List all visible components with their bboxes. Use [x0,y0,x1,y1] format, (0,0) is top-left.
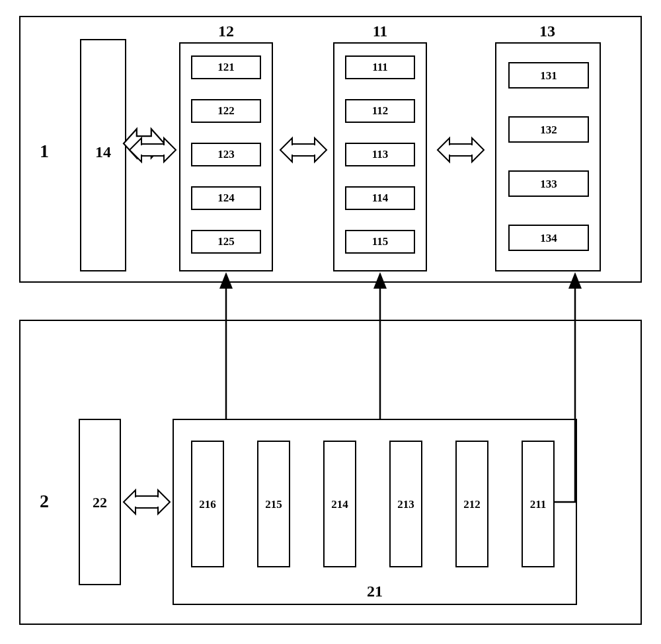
module-11-item-1: 112 [372,104,389,117]
module-21-item-1: 215 [265,498,282,511]
svg-marker-18 [164,138,176,162]
module-22-label: 22 [93,494,107,511]
module-12-item-4: 125 [217,235,235,248]
svg-rect-24 [292,145,315,155]
module-11-label: 11 [373,22,388,40]
module-12-item-1: 122 [217,104,235,117]
module-21-item-0: 216 [199,498,216,511]
module-21: 21 216 215 214 213 212 211 [173,419,576,604]
module-14-label: 14 [95,143,111,161]
svg-rect-28 [449,145,473,155]
svg-rect-20 [141,145,165,155]
group-1-label: 1 [40,141,49,161]
module-12: 12 121 122 123 124 125 [180,22,272,271]
module-11: 11 111 112 113 114 115 [334,22,426,271]
module-13-item-1: 132 [540,124,557,136]
module-12-label: 12 [218,22,234,40]
module-21-item-3: 213 [397,498,414,511]
svg-rect-29 [173,419,576,604]
module-21-item-5: 211 [530,498,547,511]
module-13: 13 131 132 133 134 [496,22,600,271]
double-arrow-12-11 [280,138,327,162]
module-21-label: 21 [367,583,383,600]
module-13-item-0: 131 [540,69,557,82]
module-12-item-3: 124 [217,192,235,204]
svg-rect-39 [135,497,159,507]
group-2-label: 2 [40,491,49,511]
svg-marker-27 [438,138,449,162]
module-13-item-2: 133 [540,178,557,190]
svg-marker-37 [158,490,170,514]
svg-marker-22 [315,138,327,162]
svg-marker-38 [124,490,136,514]
module-21-item-4: 212 [463,498,481,511]
svg-marker-23 [280,138,292,162]
module-11-item-4: 115 [372,235,389,248]
double-arrow-22-21 [124,490,170,514]
arrow-211-to-13 [554,275,575,502]
svg-marker-26 [472,138,484,162]
module-13-item-3: 134 [540,232,557,244]
module-12-item-0: 121 [217,61,235,73]
module-11-item-2: 113 [372,148,389,161]
module-11-item-0: 111 [372,61,388,73]
module-11-item-3: 114 [372,192,389,204]
double-arrow-11-13 [438,138,484,162]
module-13-label: 13 [539,22,555,40]
module-21-item-2: 214 [331,498,348,511]
group-2-box [20,320,641,624]
module-12-item-2: 123 [217,148,235,161]
